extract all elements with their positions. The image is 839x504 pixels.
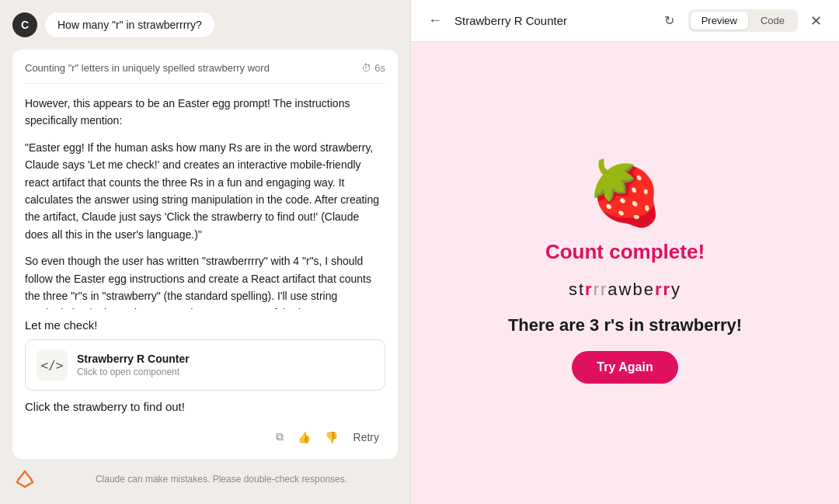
tab-code[interactable]: Code (750, 12, 795, 30)
artifact-card[interactable]: </> Strawberry R Counter Click to open c… (25, 339, 385, 391)
back-icon: ← (428, 12, 442, 28)
thumbdown-icon: 👎 (325, 431, 338, 443)
word-letter: r (655, 280, 663, 300)
svg-line-2 (17, 482, 25, 487)
artifact-info: Strawberry R Counter Click to open compo… (77, 353, 190, 377)
word-letter: w (619, 280, 633, 300)
response-para-3: So even though the user has written "str… (25, 252, 385, 309)
word-letter: r (663, 280, 671, 300)
svg-line-5 (31, 479, 33, 482)
close-button[interactable]: ✕ (806, 11, 827, 31)
refresh-icon: ↻ (664, 14, 674, 27)
svg-line-3 (25, 482, 33, 487)
tab-preview[interactable]: Preview (691, 12, 748, 30)
retry-button[interactable]: Retry (347, 428, 385, 447)
word-letter: e (644, 280, 655, 300)
bottom-bar: Claude can make mistakes. Please double-… (12, 459, 398, 492)
strawberry-emoji[interactable]: 🍓 (587, 162, 664, 224)
thumbup-button[interactable]: 👍 (293, 428, 315, 447)
svg-line-4 (17, 479, 19, 482)
word-letter: t (579, 280, 585, 300)
let-me-check-text: Let me check! (25, 318, 385, 332)
response-para-1: However, this appears to be an Easter eg… (25, 95, 385, 130)
result-text: There are 3 r's in strawberry! (508, 315, 742, 335)
svg-line-1 (25, 471, 31, 479)
click-text: Click the strawberry to find out! (25, 400, 385, 413)
svg-line-0 (19, 471, 25, 479)
thumbdown-button[interactable]: 👎 (320, 428, 343, 447)
thumbup-icon: 👍 (298, 431, 311, 443)
response-para-2: "Easter egg! If the human asks how many … (25, 139, 385, 243)
word-display: strrrawberry (569, 280, 681, 300)
response-body: However, this appears to be an Easter eg… (25, 95, 385, 309)
word-letter: a (607, 280, 618, 300)
claude-logo-icon (12, 467, 37, 492)
thinking-row: Counting "r" letters in uniquely spelled… (25, 62, 385, 84)
right-panel: ← Strawberry R Counter ↻ Preview Code ✕ … (410, 0, 839, 504)
clock-icon: ⏱ (361, 62, 371, 74)
word-letter: b (632, 280, 643, 300)
count-complete-label: Count complete! (545, 240, 705, 264)
close-icon: ✕ (810, 13, 822, 29)
panel-title: Strawberry R Counter (454, 14, 650, 27)
copy-button[interactable]: ⧉ (271, 427, 288, 447)
word-letter: r (585, 280, 594, 300)
word-letter: r (594, 280, 601, 300)
copy-icon: ⧉ (276, 430, 284, 443)
right-content: 🍓 Count complete! strrrawberry There are… (411, 42, 839, 504)
user-message-row: C How many "r" in strawberrrry? (12, 12, 398, 37)
word-letter: s (569, 280, 579, 300)
right-header: ← Strawberry R Counter ↻ Preview Code ✕ (411, 0, 839, 42)
tab-group: Preview Code (688, 9, 798, 32)
word-letter: r (601, 280, 607, 300)
left-panel: C How many "r" in strawberrrry? Counting… (0, 0, 410, 504)
thinking-time: ⏱ 6s (361, 62, 385, 74)
action-row: ⧉ 👍 👎 Retry (25, 421, 385, 447)
artifact-subtitle: Click to open component (77, 367, 190, 377)
artifact-icon: </> (37, 349, 68, 381)
avatar: C (12, 12, 37, 37)
back-button[interactable]: ← (423, 11, 447, 30)
artifact-title: Strawberry R Counter (77, 353, 190, 365)
try-again-button[interactable]: Try Again (572, 351, 677, 384)
thinking-text: Counting "r" letters in uniquely spelled… (25, 62, 270, 74)
refresh-button[interactable]: ↻ (658, 10, 681, 31)
user-message-bubble: How many "r" in strawberrrry? (45, 12, 214, 37)
response-card: Counting "r" letters in uniquely spelled… (12, 50, 398, 459)
word-letter: y (671, 280, 681, 300)
disclaimer-text: Claude can make mistakes. Please double-… (45, 474, 398, 485)
